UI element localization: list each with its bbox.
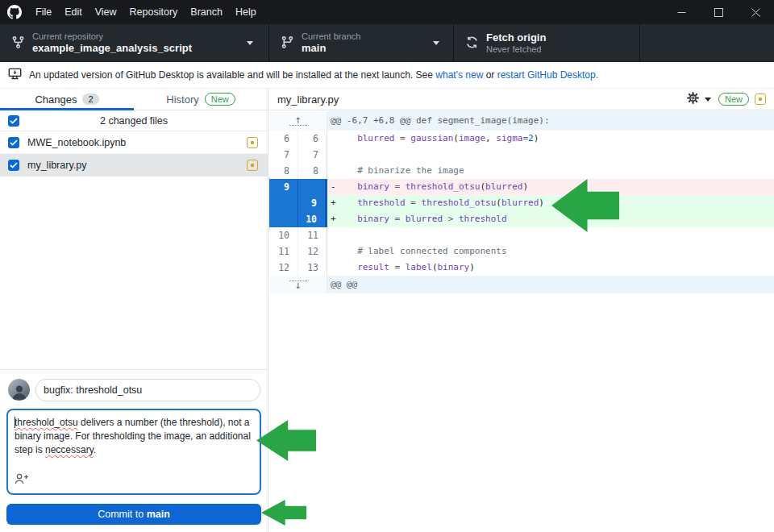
commit-form: bugfix: threshold_otsu threshold_otsu de… (0, 369, 268, 532)
diff-rows: 66 blurred = gaussian(image, sigma=2)77 … (269, 131, 774, 276)
diff-line-add[interactable]: 9+ threshold = threshold_otsu(blurred) (269, 195, 774, 211)
diff-line-ctx[interactable]: 88 # binarize the image (269, 163, 774, 179)
fetch-origin-status: Never fetched (486, 44, 546, 55)
commit-button[interactable]: Commit to main (6, 504, 261, 525)
expand-up-icon: ↑ (294, 117, 301, 124)
hunk-header-text: @@ -6,7 +6,8 @@ def segment_image(image)… (327, 111, 774, 131)
diff-line-ctx[interactable]: 1011 (269, 227, 774, 243)
file-checkbox[interactable] (8, 137, 19, 148)
current-branch-value: main (302, 42, 360, 55)
tab-history[interactable]: History New (134, 89, 268, 110)
modified-status-icon (247, 160, 258, 171)
file-row[interactable]: MWE_notebook.ipynb (0, 131, 268, 154)
title-bar: FileEditViewRepositoryBranchHelp (0, 0, 774, 24)
current-repository-label: Current repository (32, 31, 192, 42)
diff-line-add[interactable]: 10+ binary = blurred > threshold (269, 211, 774, 227)
expand-down-button[interactable]: ↓ (269, 276, 327, 293)
hunk-header-row: ↑ @@ -6,7 +6,8 @@ def segment_image(imag… (269, 111, 774, 131)
expand-up-button[interactable]: ↑ (269, 111, 327, 131)
sidebar-tabs: Changes 2 History New (0, 89, 268, 110)
diff-body: ↑ @@ -6,7 +6,8 @@ def segment_image(imag… (269, 111, 774, 293)
file-modified-icon (755, 94, 766, 105)
description-text: threshold_otsu delivers a number (the th… (15, 416, 253, 457)
current-repository-button[interactable]: Current repository example_image_analysi… (0, 24, 268, 62)
commit-summary-input[interactable]: bugfix: threshold_otsu (35, 379, 260, 401)
git-branch-icon (281, 35, 294, 52)
file-list: MWE_notebook.ipynbmy_library.py (0, 131, 268, 177)
file-checkbox[interactable] (8, 160, 19, 171)
diff-panel: my_library.py (269, 89, 774, 532)
file-row[interactable]: my_library.py (0, 154, 268, 177)
menu-view[interactable]: View (89, 0, 123, 24)
menu-file[interactable]: File (29, 0, 58, 24)
menu-edit[interactable]: Edit (58, 0, 89, 24)
whats-new-link[interactable]: what's new (435, 69, 483, 81)
gear-icon[interactable] (687, 92, 699, 106)
file-name: MWE_notebook.ipynb (27, 137, 126, 148)
github-logo-icon (7, 5, 22, 19)
menu-repository[interactable]: Repository (123, 0, 185, 24)
commit-description-textarea[interactable]: threshold_otsu delivers a number (the th… (6, 409, 261, 495)
avatar (8, 379, 30, 401)
diff-line-ctx[interactable]: 1112 # label connected components (269, 243, 774, 260)
changes-sidebar: Changes 2 History New 2 changed files MW… (0, 89, 268, 532)
modified-status-icon (247, 137, 258, 148)
banner-text: An updated version of GitHub Desktop is … (29, 69, 598, 81)
current-repository-value: example_image_analysis_script (32, 42, 192, 55)
update-banner: An updated version of GitHub Desktop is … (0, 62, 774, 89)
hunk-footer-text: @@ @@ (327, 276, 774, 293)
menu-bar: FileEditViewRepositoryBranchHelp (29, 0, 263, 24)
diff-line-ctx[interactable]: 66 blurred = gaussian(image, sigma=2) (269, 131, 774, 147)
gear-dropdown-caret[interactable] (705, 98, 711, 102)
fetch-origin-button[interactable]: Fetch origin Never fetched (454, 24, 639, 62)
close-button[interactable] (737, 0, 774, 24)
history-new-badge: New (205, 93, 235, 106)
tab-changes[interactable]: Changes 2 (0, 89, 134, 110)
menu-help[interactable]: Help (229, 0, 263, 24)
branch-dropdown-caret (433, 41, 439, 45)
maximize-button[interactable] (700, 0, 737, 24)
expand-down-icon: ↓ (294, 282, 301, 289)
sync-icon (465, 35, 479, 52)
changes-count-badge: 2 (82, 94, 98, 105)
files-header-row[interactable]: 2 changed files (0, 110, 268, 131)
restart-link[interactable]: restart GitHub Desktop. (497, 69, 598, 81)
window-controls (663, 0, 774, 24)
file-name: my_library.py (27, 160, 86, 171)
diff-filename: my_library.py (277, 94, 339, 106)
text-cursor (15, 417, 15, 428)
add-coauthor-icon[interactable] (15, 472, 29, 488)
diff-new-badge: New (718, 93, 749, 106)
menu-branch[interactable]: Branch (184, 0, 229, 24)
toolbar: Current repository example_image_analysi… (0, 24, 774, 62)
diff-line-del[interactable]: 9- binary = threshold_otsu(blurred) (269, 179, 774, 195)
diff-line-ctx[interactable]: 1213 result = label(binary) (269, 260, 774, 276)
diff-line-ctx[interactable]: 77 (269, 147, 774, 163)
fetch-origin-label: Fetch origin (486, 31, 546, 44)
diff-header: my_library.py (269, 89, 774, 110)
repo-fork-icon (11, 35, 25, 52)
current-branch-button[interactable]: Current branch main (269, 24, 453, 62)
current-branch-label: Current branch (302, 31, 360, 42)
desktop-download-icon (8, 67, 22, 83)
changed-files-count: 2 changed files (0, 115, 268, 127)
repository-dropdown-caret (247, 41, 253, 45)
hunk-footer-row: ↓ @@ @@ (269, 276, 774, 293)
minimize-button[interactable] (663, 0, 700, 24)
